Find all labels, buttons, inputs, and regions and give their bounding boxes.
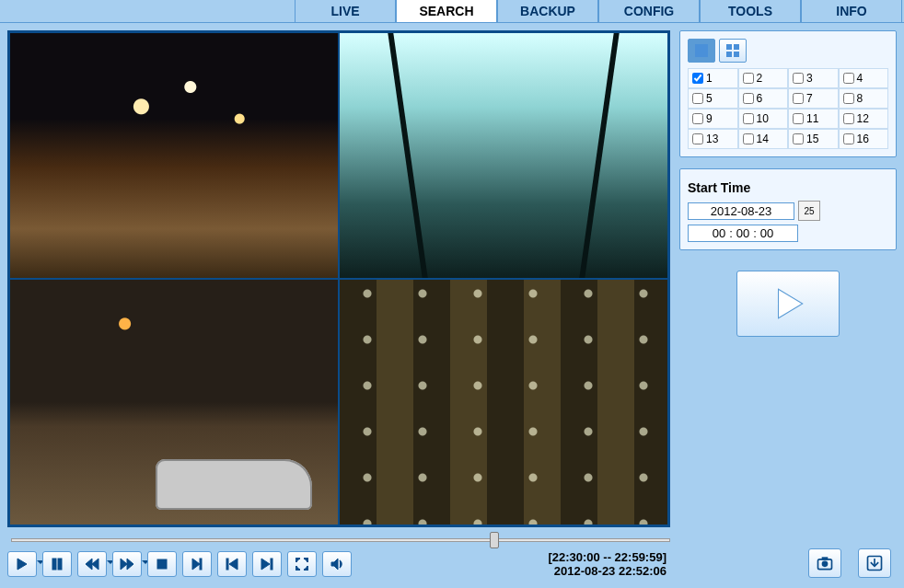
camera-checkbox-input-9[interactable] — [692, 113, 703, 124]
camera-checkbox-input-10[interactable] — [743, 113, 754, 124]
next-clip-button[interactable] — [252, 551, 282, 577]
camera-checkbox-5[interactable]: 5 — [688, 88, 738, 109]
camera-checkbox-9[interactable]: 9 — [688, 109, 738, 129]
camera-checkbox-6[interactable]: 6 — [738, 88, 789, 109]
svg-marker-6 — [127, 559, 133, 570]
fullscreen-button[interactable] — [287, 551, 317, 577]
camera-checkbox-input-13[interactable] — [692, 133, 703, 144]
svg-rect-10 — [226, 559, 228, 570]
tab-backup[interactable]: BACKUP — [497, 0, 598, 22]
play-large-icon — [769, 284, 807, 323]
stop-button[interactable] — [147, 551, 177, 577]
camera-checkbox-label: 16 — [857, 133, 869, 145]
camera-checkbox-4[interactable]: 4 — [839, 68, 889, 88]
snapshot-button[interactable] — [808, 548, 841, 578]
step-button[interactable] — [182, 551, 212, 577]
calendar-icon: 25 — [804, 206, 814, 216]
camera-checkbox-input-5[interactable] — [692, 93, 703, 104]
start-date-field[interactable] — [688, 202, 794, 220]
play-icon — [15, 557, 29, 571]
tab-info[interactable]: INFO — [801, 0, 902, 22]
layout-single-button[interactable] — [688, 39, 715, 63]
next-icon — [260, 557, 274, 571]
camera-checkbox-12[interactable]: 12 — [839, 109, 889, 129]
rewind-icon — [85, 557, 99, 571]
svg-rect-1 — [52, 559, 56, 570]
camera-checkbox-label: 5 — [706, 92, 713, 105]
camera-checkbox-label: 13 — [706, 133, 718, 145]
camera-checkbox-11[interactable]: 11 — [788, 109, 839, 129]
start-time-title: Start Time — [688, 180, 888, 195]
camera-checkbox-input-8[interactable] — [843, 93, 854, 104]
layout-quad-icon — [726, 44, 739, 57]
search-play-button[interactable] — [736, 271, 840, 337]
camera-checkbox-input-14[interactable] — [743, 133, 754, 144]
camera-checkbox-7[interactable]: 7 — [788, 88, 839, 109]
fullscreen-icon — [295, 557, 309, 571]
svg-rect-2 — [58, 559, 62, 570]
svg-marker-11 — [229, 559, 238, 570]
start-time-field[interactable]: 00 : 00 : 00 — [688, 225, 798, 242]
camera-checkbox-input-7[interactable] — [793, 93, 804, 104]
camera-feed-1[interactable] — [9, 32, 339, 279]
fastforward-button[interactable] — [112, 551, 142, 577]
step-icon — [190, 557, 204, 571]
layout-single-icon — [695, 44, 708, 57]
camera-checkbox-16[interactable]: 16 — [839, 129, 889, 149]
camera-checkbox-label: 14 — [757, 133, 769, 145]
camera-checkbox-14[interactable]: 14 — [738, 129, 789, 149]
download-button[interactable] — [858, 548, 891, 578]
play-button[interactable] — [7, 551, 37, 577]
camera-checkbox-label: 7 — [806, 92, 813, 105]
prev-clip-button[interactable] — [217, 551, 247, 577]
camera-checkbox-input-12[interactable] — [843, 113, 854, 124]
camera-checkbox-8[interactable]: 8 — [839, 88, 889, 109]
layout-quad-button[interactable] — [719, 39, 747, 63]
camera-checkbox-input-6[interactable] — [743, 93, 754, 104]
rewind-button[interactable] — [77, 551, 107, 577]
camera-checkbox-3[interactable]: 3 — [788, 68, 839, 88]
camera-checkbox-label: 11 — [806, 112, 818, 125]
svg-marker-4 — [92, 559, 99, 570]
camera-checkbox-1[interactable]: 1 — [688, 68, 738, 88]
camera-select-panel: 12345678910111213141516 — [679, 30, 897, 157]
volume-button[interactable] — [322, 551, 352, 577]
svg-marker-0 — [17, 559, 27, 570]
date-picker-button[interactable]: 25 — [798, 201, 820, 221]
camera-checkbox-label: 8 — [857, 92, 863, 105]
camera-checkbox-15[interactable]: 15 — [788, 129, 839, 149]
start-ss: 00 — [760, 226, 773, 240]
camera-checkbox-input-1[interactable] — [692, 73, 703, 84]
svg-marker-14 — [331, 559, 338, 570]
svg-rect-18 — [822, 557, 829, 559]
playback-timeline — [9, 533, 668, 547]
camera-checkbox-label: 9 — [706, 112, 713, 125]
timeline-slider[interactable] — [11, 536, 670, 544]
download-icon — [865, 554, 884, 572]
camera-checkbox-input-2[interactable] — [743, 73, 754, 84]
camera-icon — [816, 554, 834, 572]
tab-config[interactable]: CONFIG — [598, 0, 700, 22]
svg-marker-8 — [192, 559, 200, 570]
camera-feed-2[interactable] — [339, 32, 668, 279]
camera-checkbox-label: 6 — [757, 92, 763, 105]
fastfwd-icon — [120, 557, 134, 571]
camera-feed-4[interactable] — [339, 279, 668, 525]
pause-button[interactable] — [42, 551, 72, 577]
camera-checkbox-label: 4 — [857, 72, 863, 85]
tab-live[interactable]: LIVE — [295, 0, 396, 22]
camera-feed-3[interactable] — [9, 279, 339, 525]
camera-checkbox-label: 15 — [806, 133, 818, 145]
camera-checkbox-10[interactable]: 10 — [738, 109, 789, 129]
camera-checkbox-input-16[interactable] — [843, 133, 854, 144]
camera-checkbox-2[interactable]: 2 — [738, 68, 789, 88]
tab-tools[interactable]: TOOLS — [700, 0, 801, 22]
camera-checkbox-input-4[interactable] — [843, 73, 854, 84]
camera-checkbox-input-3[interactable] — [793, 73, 804, 84]
camera-checkbox-input-15[interactable] — [793, 133, 804, 144]
svg-point-17 — [822, 561, 829, 568]
start-mm: 00 — [736, 226, 749, 240]
tab-search[interactable]: SEARCH — [396, 0, 497, 22]
camera-checkbox-13[interactable]: 13 — [688, 129, 738, 149]
camera-checkbox-input-11[interactable] — [793, 113, 804, 124]
